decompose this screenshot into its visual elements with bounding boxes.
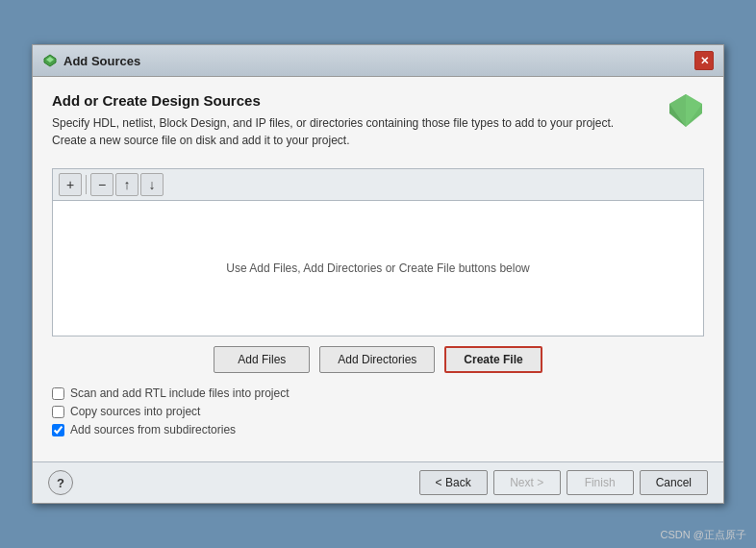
header-desc-line2: Create a new source file on disk and add… — [52, 132, 614, 149]
checkboxes-section: Scan and add RTL include files into proj… — [52, 386, 704, 436]
create-file-button[interactable]: Create File — [444, 346, 542, 373]
add-icon: + — [66, 177, 74, 192]
toolbar-separator — [86, 175, 87, 194]
copy-sources-checkbox[interactable] — [52, 406, 64, 418]
add-subdirs-checkbox[interactable] — [52, 424, 64, 436]
header-section: Add or Create Design Sources Specify HDL… — [52, 92, 614, 149]
add-sources-dialog: Add Sources ✕ Add or Create Design Sourc… — [32, 44, 724, 504]
dialog-content: Add or Create Design Sources Specify HDL… — [33, 77, 723, 461]
copy-sources-label: Copy sources into project — [70, 405, 200, 418]
scan-rtl-row: Scan and add RTL include files into proj… — [52, 386, 704, 400]
bottom-bar: ? < Back Next > Finish Cancel — [33, 461, 723, 503]
close-button[interactable]: ✕ — [694, 51, 714, 70]
minus-icon: − — [98, 177, 106, 192]
move-down-toolbar-button[interactable]: ↓ — [140, 173, 164, 196]
cancel-button[interactable]: Cancel — [640, 470, 708, 495]
header-wrapper: Add or Create Design Sources Specify HDL… — [52, 92, 704, 159]
svg-marker-4 — [669, 94, 702, 127]
add-file-toolbar-button[interactable]: + — [59, 173, 82, 196]
header-title: Add or Create Design Sources — [52, 92, 614, 109]
down-icon: ↓ — [149, 177, 156, 192]
dialog-title: Add Sources — [63, 54, 140, 68]
add-files-button[interactable]: Add Files — [214, 346, 310, 373]
dialog-icon — [42, 53, 58, 68]
copy-sources-row: Copy sources into project — [52, 405, 704, 418]
empty-list-message: Use Add Files, Add Directories or Create… — [226, 262, 529, 275]
action-buttons-row: Add Files Add Directories Create File — [52, 346, 704, 373]
file-toolbar: + − ↑ ↓ — [53, 169, 703, 201]
up-icon: ↑ — [124, 177, 131, 192]
header-desc-line1: Specify HDL, netlist, Block Design, and … — [52, 114, 614, 132]
navigation-buttons: < Back Next > Finish Cancel — [419, 470, 708, 495]
add-subdirs-label: Add sources from subdirectories — [70, 423, 236, 436]
title-bar-left: Add Sources — [42, 53, 140, 68]
file-list-area: Use Add Files, Add Directories or Create… — [53, 201, 703, 336]
back-button[interactable]: < Back — [419, 470, 488, 495]
title-bar: Add Sources ✕ — [33, 45, 723, 77]
scan-rtl-checkbox[interactable] — [52, 387, 64, 400]
finish-button[interactable]: Finish — [567, 470, 634, 495]
remove-file-toolbar-button[interactable]: − — [90, 173, 113, 196]
move-up-toolbar-button[interactable]: ↑ — [115, 173, 139, 196]
vivado-logo — [668, 92, 704, 129]
add-directories-button[interactable]: Add Directories — [319, 346, 435, 373]
help-button[interactable]: ? — [48, 470, 73, 495]
add-subdirs-row: Add sources from subdirectories — [52, 423, 704, 436]
scan-rtl-label: Scan and add RTL include files into proj… — [70, 386, 289, 400]
top-section: Add or Create Design Sources Specify HDL… — [52, 92, 704, 159]
file-panel: + − ↑ ↓ Use Add Files, Add Directories o… — [52, 168, 704, 336]
next-button[interactable]: Next > — [493, 470, 561, 495]
watermark: CSDN @正点原子 — [661, 528, 746, 542]
logo-area — [668, 92, 704, 132]
